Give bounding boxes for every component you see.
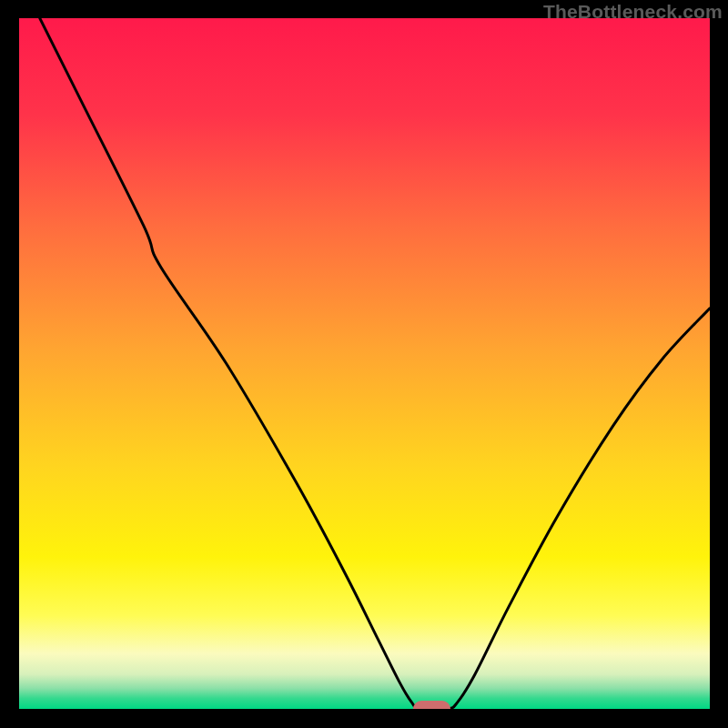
attribution-label: TheBottleneck.com [543, 1, 723, 23]
bottleneck-curve [19, 18, 710, 709]
chart-frame: TheBottleneck.com [0, 0, 728, 728]
optimal-marker [413, 701, 451, 709]
plot-area [19, 18, 710, 709]
